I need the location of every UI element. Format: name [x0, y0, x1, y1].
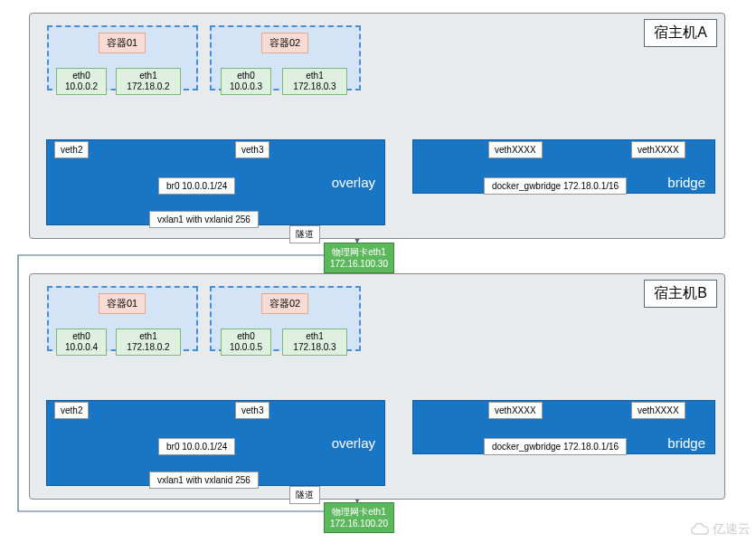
host-b-vxlan: vxlan1 with vxlanid 256 [149, 472, 259, 489]
host-b-gwbridge: docker_gwbridge 172.18.0.1/16 [484, 438, 627, 455]
overlay-label: overlay [332, 435, 375, 451]
host-b-c1-eth0: eth010.0.0.4 [56, 329, 107, 356]
host-b-nic: 物理网卡eth1172.16.100.20 [324, 502, 394, 533]
host-b-c2-eth1: eth1172.18.0.3 [282, 329, 347, 356]
host-a-c2-eth1: eth1172.18.0.3 [282, 68, 347, 95]
host-b-vethx1: vethXXXX [488, 402, 543, 419]
host-a-vxlan: vxlan1 with vxlanid 256 [149, 211, 259, 228]
host-a-vethx2: vethXXXX [631, 141, 685, 158]
container-label: 容器01 [99, 33, 146, 53]
host-b-vethx2: vethXXXX [631, 402, 685, 419]
host-a-gwbridge: docker_gwbridge 172.18.0.1/16 [484, 177, 627, 195]
watermark: 亿速云 [691, 521, 751, 538]
host-a-br0: br0 10.0.0.1/24 [158, 177, 235, 195]
host-a-veth3: veth3 [235, 141, 269, 158]
host-a-tunnel: 隧道 [289, 225, 320, 243]
host-a-veth2: veth2 [54, 141, 89, 158]
bridge-label: bridge [667, 435, 705, 451]
container-label: 容器02 [261, 293, 308, 314]
host-b-veth3: veth3 [235, 402, 269, 419]
host-a-c2-eth0: eth010.0.0.3 [221, 68, 271, 95]
host-b-br0: br0 10.0.0.1/24 [158, 438, 235, 455]
host-a-nic: 物理网卡eth1172.16.100.30 [324, 243, 394, 273]
overlay-label: overlay [332, 175, 375, 190]
container-label: 容器02 [261, 33, 308, 53]
host-b-title: 宿主机B [644, 280, 717, 308]
bridge-label: bridge [667, 175, 705, 190]
host-a-title: 宿主机A [644, 19, 717, 47]
host-b-c1-eth1: eth1172.18.0.2 [116, 329, 181, 356]
host-a-vethx1: vethXXXX [488, 141, 543, 158]
host-b-c2-eth0: eth010.0.0.5 [221, 329, 271, 356]
host-b-veth2: veth2 [54, 402, 89, 419]
host-a-c1-eth0: eth010.0.0.2 [56, 68, 107, 95]
host-a-c1-eth1: eth1172.18.0.2 [116, 68, 181, 95]
watermark-text: 亿速云 [713, 521, 751, 538]
cloud-icon [691, 523, 709, 536]
host-b-tunnel: 隧道 [289, 486, 320, 504]
container-label: 容器01 [99, 293, 146, 314]
